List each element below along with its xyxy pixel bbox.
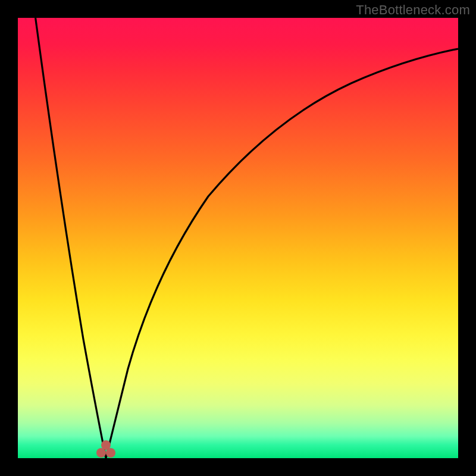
left-branch-curve — [36, 18, 106, 458]
watermark-text: TheBottleneck.com — [356, 2, 470, 18]
chart-frame: TheBottleneck.com — [0, 0, 476, 476]
plot-area — [18, 18, 458, 458]
right-branch-curve — [106, 49, 458, 458]
min-marker-dot — [101, 440, 111, 450]
chart-svg — [18, 18, 458, 458]
